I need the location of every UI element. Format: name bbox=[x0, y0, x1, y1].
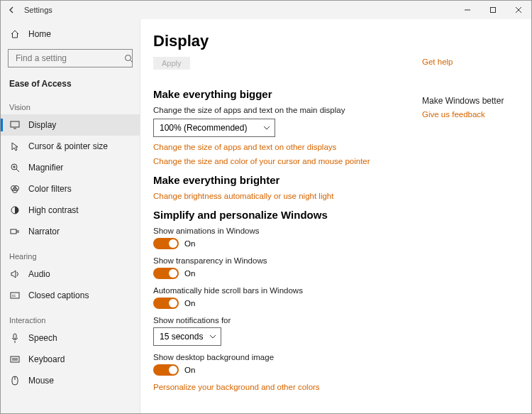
sidebar-item-narrator[interactable]: Narrator bbox=[1, 221, 140, 242]
transparency-toggle[interactable] bbox=[153, 268, 179, 279]
svg-text:cc: cc bbox=[12, 293, 16, 298]
animations-toggle[interactable] bbox=[153, 238, 179, 249]
cursor-icon bbox=[9, 141, 20, 152]
sidebar-home[interactable]: Home bbox=[1, 23, 140, 45]
sidebar-item-label: Color filters bbox=[28, 184, 72, 194]
animations-state: On bbox=[184, 239, 195, 248]
sidebar-item-label: Mouse bbox=[28, 376, 54, 386]
svg-line-7 bbox=[16, 169, 19, 172]
link-cursor-size[interactable]: Change the size and color of your cursor… bbox=[153, 157, 415, 165]
sidebar-item-cursor[interactable]: Cursor & pointer size bbox=[1, 136, 140, 157]
sidebar-item-label: Audio bbox=[28, 269, 50, 279]
group-interaction: Interaction bbox=[1, 306, 140, 327]
link-brightness[interactable]: Change brightness automatically or use n… bbox=[153, 192, 415, 200]
sidebar-item-label: Display bbox=[28, 120, 56, 130]
sidebar-item-label: Cursor & pointer size bbox=[28, 141, 108, 151]
sidebar-item-label: Keyboard bbox=[28, 354, 65, 364]
sidebar-item-label: Narrator bbox=[28, 227, 60, 236]
scrollbars-label: Automatically hide scroll bars in Window… bbox=[153, 286, 415, 295]
sidebar-category: Ease of Access bbox=[1, 75, 140, 93]
scrollbars-state: On bbox=[184, 299, 195, 307]
svg-rect-4 bbox=[11, 121, 19, 127]
sidebar-item-label: Speech bbox=[28, 333, 57, 343]
svg-line-3 bbox=[131, 60, 133, 62]
transparency-state: On bbox=[184, 269, 195, 278]
sidebar-item-color-filters[interactable]: Color filters bbox=[1, 178, 140, 200]
scrollbars-toggle[interactable] bbox=[153, 298, 179, 309]
help-link[interactable]: Get help bbox=[422, 58, 514, 66]
close-button[interactable] bbox=[506, 1, 531, 19]
back-icon[interactable] bbox=[6, 5, 17, 16]
maximize-button[interactable] bbox=[480, 1, 506, 19]
svg-rect-1 bbox=[491, 8, 496, 13]
chevron-down-icon bbox=[209, 334, 216, 339]
animations-label: Show animations in Windows bbox=[153, 227, 415, 235]
better-heading: Make Windows better bbox=[422, 96, 514, 106]
magnifier-icon bbox=[9, 163, 20, 173]
group-vision: Vision bbox=[1, 93, 140, 114]
sidebar-item-label: Closed captions bbox=[28, 290, 89, 300]
sidebar-item-mouse[interactable]: Mouse bbox=[1, 370, 140, 391]
sidebar-item-label: Magnifier bbox=[28, 163, 63, 173]
bigger-desc: Change the size of apps and text on the … bbox=[153, 106, 415, 114]
minimize-button[interactable] bbox=[455, 1, 480, 19]
apply-button[interactable]: Apply bbox=[153, 57, 190, 70]
keyboard-icon bbox=[9, 354, 20, 365]
desktop-bg-label: Show desktop background image bbox=[153, 353, 415, 361]
window-title: Settings bbox=[24, 6, 52, 14]
mic-icon bbox=[9, 333, 20, 344]
mouse-icon bbox=[9, 376, 20, 386]
cc-icon: cc bbox=[9, 290, 20, 301]
dropdown-value: 15 seconds bbox=[160, 332, 203, 342]
desktop-bg-toggle[interactable] bbox=[153, 364, 179, 376]
link-personalize-colors[interactable]: Personalize your background and other co… bbox=[153, 383, 415, 391]
audio-icon bbox=[9, 269, 20, 280]
sidebar-item-label: High contrast bbox=[28, 205, 79, 215]
notifications-dropdown[interactable]: 15 seconds bbox=[153, 327, 221, 346]
feedback-link[interactable]: Give us feedback bbox=[422, 110, 514, 119]
svg-rect-17 bbox=[13, 334, 16, 339]
sidebar-item-audio[interactable]: Audio bbox=[1, 263, 140, 285]
filter-icon bbox=[9, 184, 20, 195]
search-input[interactable] bbox=[14, 53, 123, 64]
text-size-dropdown[interactable]: 100% (Recommended) bbox=[153, 119, 275, 137]
sidebar-item-high-contrast[interactable]: High contrast bbox=[1, 200, 140, 221]
sidebar-item-keyboard[interactable]: Keyboard bbox=[1, 349, 140, 370]
notifications-label: Show notifications for bbox=[153, 316, 415, 325]
sidebar-item-display[interactable]: Display bbox=[1, 114, 140, 136]
svg-rect-14 bbox=[11, 229, 16, 234]
sidebar-home-label: Home bbox=[28, 29, 51, 39]
sidebar-item-magnifier[interactable]: Magnifier bbox=[1, 157, 140, 178]
sidebar-item-speech[interactable]: Speech bbox=[1, 327, 140, 349]
group-hearing: Hearing bbox=[1, 242, 140, 263]
transparency-label: Show transparency in Windows bbox=[153, 256, 415, 265]
page-title: Display bbox=[153, 32, 415, 50]
search-box[interactable] bbox=[8, 49, 133, 67]
svg-rect-18 bbox=[11, 356, 19, 362]
svg-point-2 bbox=[126, 55, 131, 60]
desktop-bg-state: On bbox=[184, 366, 195, 374]
sidebar: Home Ease of Access Vision Display Curso… bbox=[1, 19, 140, 413]
section-brighter: Make everything brighter bbox=[153, 174, 415, 186]
monitor-icon bbox=[9, 120, 20, 131]
contrast-icon bbox=[9, 205, 20, 216]
section-simplify: Simplify and personalize Windows bbox=[153, 209, 415, 221]
home-icon bbox=[9, 29, 20, 40]
dropdown-value: 100% (Recommended) bbox=[160, 123, 247, 133]
section-bigger: Make everything bigger bbox=[153, 88, 415, 100]
search-icon bbox=[123, 53, 134, 64]
sidebar-item-closed-captions[interactable]: cc Closed captions bbox=[1, 285, 140, 306]
link-other-displays[interactable]: Change the size of apps and text on othe… bbox=[153, 143, 415, 151]
chevron-down-icon bbox=[263, 126, 270, 130]
narrator-icon bbox=[9, 227, 20, 237]
